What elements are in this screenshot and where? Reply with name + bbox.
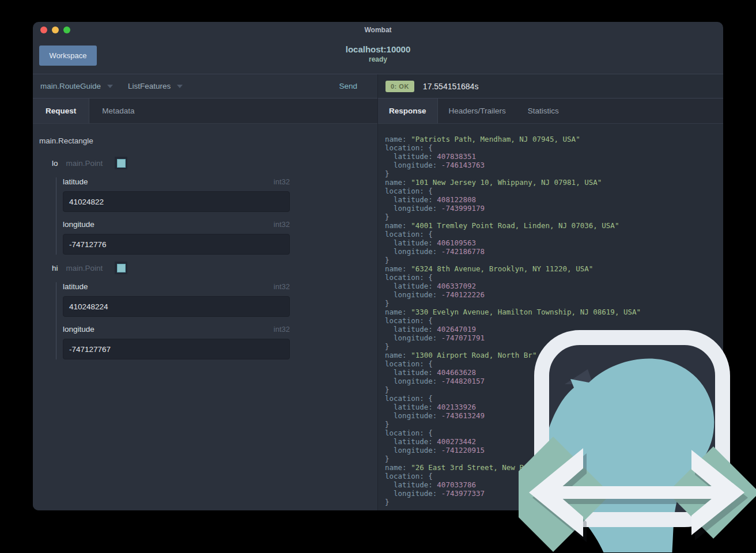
response-content[interactable]: name: "Patriots Path, Mendham, NJ 07945,… bbox=[378, 124, 723, 510]
latitude-input[interactable]: 41024822 bbox=[63, 191, 290, 212]
field-type: int32 bbox=[274, 177, 290, 186]
checkbox-checked-icon[interactable] bbox=[115, 262, 127, 274]
close-icon[interactable] bbox=[40, 26, 47, 33]
field-group-hi: himain.Pointlatitudeint32410248224longit… bbox=[39, 262, 368, 359]
field-type: int32 bbox=[274, 282, 290, 291]
checkbox-fill bbox=[117, 159, 126, 168]
header: Workspace localhost:10000 ready bbox=[33, 38, 723, 74]
checkbox-checked-icon[interactable] bbox=[115, 157, 127, 169]
group-fields: latitudeint32410248224longitudeint32-747… bbox=[56, 282, 368, 359]
response-code: name: "Patriots Path, Mendham, NJ 07945,… bbox=[385, 135, 716, 506]
field-label-row: latitudeint32 bbox=[63, 177, 290, 186]
server-address: localhost:10000 bbox=[33, 44, 723, 54]
tab-response[interactable]: Response bbox=[378, 99, 438, 123]
chevron-down-icon bbox=[107, 85, 113, 88]
field-label-row: longitudeint32 bbox=[63, 325, 290, 334]
message-type-label: main.Rectangle bbox=[39, 137, 368, 145]
field-label: longitude bbox=[63, 220, 94, 229]
app-window: Wombat Workspace localhost:10000 ready m… bbox=[33, 22, 723, 510]
traffic-lights bbox=[40, 26, 70, 33]
group-header-hi: himain.Point bbox=[52, 262, 368, 274]
service-select-value: main.RouteGuide bbox=[40, 82, 101, 90]
field-label-row: latitudeint32 bbox=[63, 282, 290, 291]
duration-label: 17.554151684s bbox=[423, 82, 479, 91]
response-toolbar: 0: OK 17.554151684s bbox=[378, 74, 723, 99]
group-name: lo bbox=[52, 159, 58, 168]
server-block: localhost:10000 ready bbox=[33, 44, 723, 63]
server-status: ready bbox=[33, 55, 723, 63]
field-type: int32 bbox=[274, 220, 290, 229]
tab-headers-trailers[interactable]: Headers/Trailers bbox=[438, 99, 517, 123]
longitude-input[interactable]: -74712776 bbox=[63, 234, 290, 255]
minimize-icon[interactable] bbox=[52, 26, 59, 33]
field-label: longitude bbox=[63, 325, 94, 334]
response-panel: 0: OK 17.554151684s ResponseHeaders/Trai… bbox=[378, 74, 723, 510]
request-panel: main.RouteGuide ListFeatures Send Reques… bbox=[33, 74, 378, 510]
field-type: int32 bbox=[274, 325, 290, 334]
desktop: { "window": { "title": "Wombat" }, "head… bbox=[0, 0, 756, 553]
field-hi-latitude: latitudeint32410248224 bbox=[63, 282, 368, 317]
chevron-down-icon bbox=[177, 85, 183, 88]
field-label: latitude bbox=[63, 177, 88, 186]
zoom-icon[interactable] bbox=[63, 26, 70, 33]
method-select-value: ListFeatures bbox=[128, 82, 171, 90]
service-select[interactable]: main.RouteGuide bbox=[40, 82, 113, 90]
field-group-lo: lomain.Pointlatitudeint3241024822longitu… bbox=[39, 157, 368, 255]
tab-request[interactable]: Request bbox=[33, 99, 89, 123]
request-tabstrip: RequestMetadata bbox=[33, 99, 377, 124]
response-tabstrip: ResponseHeaders/TrailersStatistics bbox=[378, 99, 723, 124]
group-type: main.Point bbox=[66, 264, 103, 272]
field-lo-longitude: longitudeint32-74712776 bbox=[63, 220, 368, 255]
longitude-input[interactable]: -747127767 bbox=[63, 339, 290, 359]
form-groups: lomain.Pointlatitudeint3241024822longitu… bbox=[39, 157, 368, 359]
titlebar: Wombat bbox=[33, 22, 723, 38]
group-name: hi bbox=[52, 264, 58, 272]
tab-metadata[interactable]: Metadata bbox=[89, 99, 147, 123]
main-columns: main.RouteGuide ListFeatures Send Reques… bbox=[33, 74, 723, 510]
send-button[interactable]: Send bbox=[339, 82, 357, 90]
field-label: latitude bbox=[63, 282, 88, 291]
field-label-row: longitudeint32 bbox=[63, 220, 290, 229]
group-type: main.Point bbox=[66, 159, 103, 168]
group-header-lo: lomain.Point bbox=[52, 157, 368, 169]
request-form: main.Rectangle lomain.Pointlatitudeint32… bbox=[33, 124, 377, 510]
method-select[interactable]: ListFeatures bbox=[128, 82, 183, 90]
field-lo-latitude: latitudeint3241024822 bbox=[63, 177, 368, 212]
request-toolbar: main.RouteGuide ListFeatures Send bbox=[33, 74, 377, 99]
field-hi-longitude: longitudeint32-747127767 bbox=[63, 325, 368, 359]
status-badge: 0: OK bbox=[385, 81, 414, 92]
tab-statistics[interactable]: Statistics bbox=[517, 99, 570, 123]
window-title: Wombat bbox=[33, 26, 723, 34]
group-fields: latitudeint3241024822longitudeint32-7471… bbox=[56, 177, 368, 255]
checkbox-fill bbox=[117, 264, 126, 272]
latitude-input[interactable]: 410248224 bbox=[63, 296, 290, 317]
